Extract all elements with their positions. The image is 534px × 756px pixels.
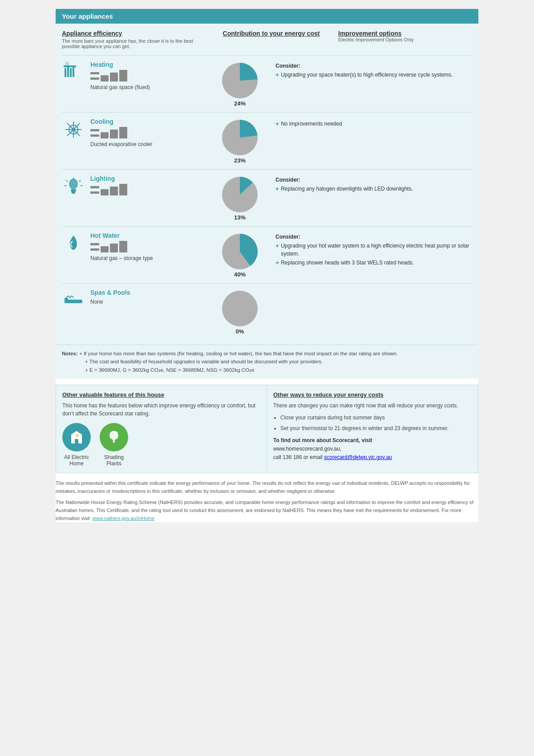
pie-heating [222,63,258,98]
notes-content: Notes: + If your home has more than two … [62,350,472,374]
appliance-rows: ||| Heating Natural gas space (flued) 24… [62,55,472,340]
feature-icon-0: ⚡ [62,423,91,451]
col2-heading: Contribution to your energy cost [204,30,338,37]
svg-rect-16 [71,191,76,192]
improvement-text: Replacing any halogen downlights with LE… [281,185,413,193]
appliance-left-lighting: Lighting [62,175,204,198]
svg-line-19 [66,180,68,182]
footer-para2: The Nationwide House Energy Rating Schem… [56,499,478,522]
improvement-item-lighting: + Replacing any halogen downlights with … [275,185,472,193]
ways-tips: Close your curtains during hot summer da… [273,414,472,432]
appliance-left-hotwater: Hot Water Natural gas – storage type [62,232,204,261]
ways-tip-item: Close your curtains during hot summer da… [280,414,472,422]
svg-rect-1 [67,66,69,77]
appliance-icon-lighting [62,175,85,198]
improvement-text: Replacing shower heads with 3 Star WELS … [281,259,414,267]
other-ways-section: Other ways to reduce your energy costs T… [267,385,478,473]
pie-lighting [222,177,258,212]
appliance-chart-heating: 24% [204,61,275,107]
svg-rect-31 [113,439,115,443]
ways-website: www.homescorecard.gov.au, [273,446,341,452]
svg-rect-26 [65,298,68,303]
appliance-improvement-cooling: + No improvements needed [275,118,472,128]
svg-rect-15 [71,189,76,191]
svg-rect-2 [70,68,72,77]
ways-phone-prefix: call 136 186 or email [273,454,323,460]
plus-icon: + [275,185,279,193]
pie-hotwater [222,234,258,269]
improvement-item-hotwater: + Replacing shower heads with 3 Star WEL… [275,259,472,267]
pie-label-heating: 24% [234,100,246,107]
col3-heading: Improvement options [338,30,472,37]
notes-item-0: + If your home has more than two systems… [79,351,398,356]
svg-point-14 [69,179,78,189]
appliances-section: Your appliances Appliance efficiency The… [56,9,478,378]
pie-label-hotwater: 40% [234,271,246,278]
notes-item-2: + E = 36680MJ, G = 3602kg CO₂e, NSE = 36… [85,366,472,374]
features-title: Other valuable features of this house [62,391,260,398]
svg-text:|||: ||| [65,62,69,66]
consider-label-lighting: Consider: [275,176,472,184]
col3-subtext: Electric Improvement Options Only [338,37,472,42]
features-desc: This home has the features below which i… [62,402,260,418]
ways-contact-prefix: To find out more about Scorecard, visit [273,437,372,443]
consider-label-hotwater: Consider: [275,233,472,241]
col-header-improvement: Improvement options Electric Improvement… [338,30,472,49]
feature-icon-1 [100,423,128,451]
svg-text:⚡: ⚡ [74,432,80,438]
ways-email[interactable]: scorecard@delwp.vic.gov.au [324,454,392,460]
feature-label-0: All ElectricHome [64,454,89,467]
improvement-item-cooling: + No improvements needed [275,120,472,128]
appliance-left-cooling: Cooling Ducted evaporative cooler [62,118,204,147]
notes-label: Notes: [62,351,78,356]
col1-subtext: The more bars your appliance has, the cl… [62,38,204,49]
svg-point-12 [72,128,75,131]
feature-item-1: ShadingPlants [100,423,128,467]
feature-label-1: ShadingPlants [104,454,124,467]
appliance-info-cooling: Cooling Ducted evaporative cooler [90,118,204,147]
appliance-type-hotwater: Natural gas – storage type [90,255,204,261]
appliances-header: Your appliances [56,9,478,24]
appliance-type-spas: None [90,299,204,305]
appliance-improvement-heating: Consider: + Upgrading your space heater(… [275,61,472,79]
appliance-chart-lighting: 13% [204,175,275,221]
pie-label-spas: 0% [236,328,244,335]
appliance-name-lighting: Lighting [90,175,204,182]
appliance-icon-cooling [62,118,85,141]
appliance-info-heating: Heating Natural gas space (flued) [90,61,204,90]
consider-label-heating: Consider: [275,62,472,70]
pie-label-lighting: 13% [234,214,246,221]
appliance-name-heating: Heating [90,61,204,68]
ways-title: Other ways to reduce your energy costs [273,391,472,398]
appliance-icon-hotwater [62,232,85,255]
svg-point-27 [222,291,258,326]
pie-label-cooling: 23% [234,157,246,164]
appliance-icon-spas [62,289,85,312]
appliance-icon-heating: ||| [62,61,85,84]
appliance-info-hotwater: Hot Water Natural gas – storage type [90,232,204,261]
appliance-chart-spas: 0% [204,289,275,335]
nathers-link[interactable]: www.nathers.gov.au/InHome [93,516,155,521]
bottom-grid: Other valuable features of this house Th… [56,385,478,473]
improvement-item-heating: + Upgrading your space heater(s) to high… [275,71,472,79]
notes-item-1: + The cost and feasibility of household … [85,358,472,366]
appliance-row-hotwater: Hot Water Natural gas – storage type 40%… [62,226,472,283]
svg-rect-0 [65,68,66,77]
improvement-text: No improvements needed [281,120,342,128]
plus-icon: + [275,242,279,250]
pie-spas [222,291,258,326]
appliance-improvement-spas [275,289,472,290]
col-header-contribution: Contribution to your energy cost [204,30,338,49]
feature-item-0: ⚡ All ElectricHome [62,423,91,467]
appliance-chart-cooling: 23% [204,118,275,164]
pie-cooling [222,120,258,155]
page-wrapper: Your appliances Appliance efficiency The… [56,9,478,522]
svg-rect-3 [73,66,74,77]
appliance-info-lighting: Lighting [90,175,204,198]
svg-line-20 [79,180,81,182]
appliance-improvement-lighting: Consider: + Replacing any halogen downli… [275,175,472,193]
appliance-name-hotwater: Hot Water [90,232,204,239]
ways-desc: There are changes you can make right now… [273,402,472,410]
appliance-row-heating: ||| Heating Natural gas space (flued) 24… [62,55,472,112]
footer-notes: The results presented within this certif… [56,480,478,522]
